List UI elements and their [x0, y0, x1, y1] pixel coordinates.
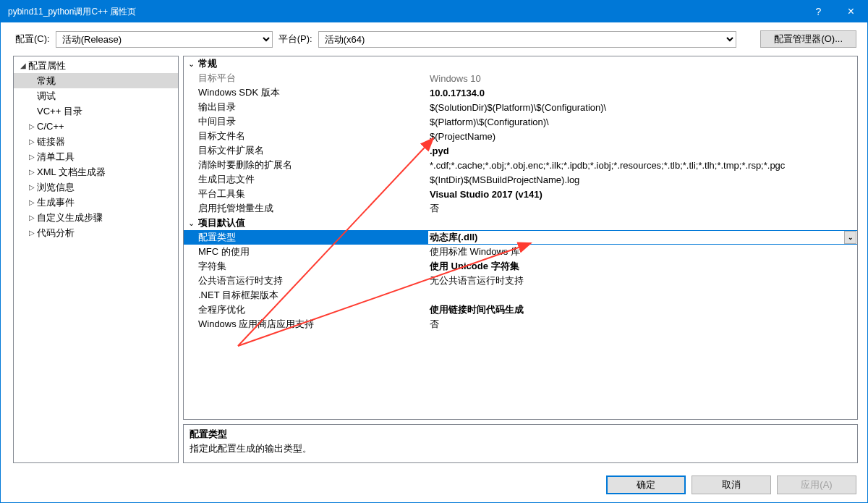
property-label: Windows SDK 版本 — [184, 86, 428, 99]
property-value[interactable]: $(SolutionDir)$(Platform)\$(Configuratio… — [428, 102, 857, 113]
expand-icon: ▷ — [27, 198, 37, 206]
expand-icon: ▷ — [27, 153, 37, 161]
description-panel: 配置类型 指定此配置生成的输出类型。 — [183, 424, 858, 463]
property-row[interactable]: 目标文件扩展名.pyd — [184, 143, 857, 158]
property-row[interactable]: 输出目录$(SolutionDir)$(Platform)\$(Configur… — [184, 100, 857, 114]
property-row[interactable]: MFC 的使用使用标准 Windows 库 — [184, 245, 857, 259]
expand-icon: ▷ — [27, 214, 37, 221]
cancel-button[interactable]: 取消 — [692, 475, 771, 494]
config-toolbar: 配置(C): 活动(Release) 平台(P): 活动(x64) 配置管理器(… — [1, 22, 867, 56]
property-value[interactable]: 动态库(.dll)⌄ — [428, 231, 857, 244]
property-value[interactable]: $(Platform)\$(Configuration)\ — [428, 117, 857, 127]
property-label: 清除时要删除的扩展名 — [184, 158, 428, 172]
expand-icon: ▷ — [27, 229, 37, 237]
property-value[interactable]: Visual Studio 2017 (v141) — [428, 189, 857, 200]
property-label: 目标平台 — [184, 72, 428, 85]
property-value[interactable]: .pyd — [428, 145, 857, 156]
property-label: 启用托管增量生成 — [184, 202, 428, 215]
expand-icon: ▷ — [27, 138, 37, 145]
property-grid[interactable]: ⌄常规目标平台Windows 10Windows SDK 版本10.0.1713… — [183, 56, 858, 420]
property-row[interactable]: 公共语言运行时支持无公共语言运行时支持 — [184, 274, 857, 288]
property-value[interactable]: *.cdf;*.cache;*.obj;*.obj.enc;*.ilk;*.ip… — [428, 160, 857, 171]
property-row[interactable]: 全程序优化使用链接时间代码生成 — [184, 303, 857, 317]
property-label: MFC 的使用 — [184, 245, 428, 258]
property-value[interactable]: $(ProjectName) — [428, 131, 857, 142]
ok-button[interactable]: 确定 — [606, 475, 686, 494]
platform-label: 平台(P): — [278, 33, 312, 46]
tree-item[interactable]: ▷生成事件 — [14, 195, 178, 210]
tree-item[interactable]: ▷链接器 — [14, 134, 178, 149]
tree-root[interactable]: ◢配置属性 — [14, 58, 178, 73]
tree-item[interactable]: ▷清单工具 — [14, 149, 178, 164]
property-group-header[interactable]: ⌄常规 — [184, 56, 857, 71]
property-label: 公共语言运行时支持 — [184, 274, 428, 287]
property-value[interactable]: 否 — [428, 318, 857, 331]
tree-item[interactable]: VC++ 目录 — [14, 103, 178, 119]
platform-select[interactable]: 活动(x64) — [318, 31, 736, 48]
content-area: ◢配置属性常规调试VC++ 目录▷C/C++▷链接器▷清单工具▷XML 文档生成… — [1, 56, 867, 468]
property-label: 配置类型 — [184, 231, 428, 244]
collapse-icon: ◢ — [18, 62, 28, 69]
property-value[interactable]: $(IntDir)$(MSBuildProjectName).log — [428, 174, 857, 185]
tree-item[interactable]: ▷浏览信息 — [14, 179, 178, 195]
property-label: 字符集 — [184, 260, 428, 273]
chevron-down-icon: ⌄ — [184, 59, 198, 69]
tree-item[interactable]: ▷自定义生成步骤 — [14, 210, 178, 225]
property-value[interactable]: 使用链接时间代码生成 — [428, 303, 857, 316]
property-label: 生成日志文件 — [184, 173, 428, 186]
property-label: 目标文件扩展名 — [184, 144, 428, 157]
property-value[interactable]: 无公共语言运行时支持 — [428, 274, 857, 287]
property-group-header[interactable]: ⌄项目默认值 — [184, 216, 857, 230]
property-label: 中间目录 — [184, 115, 428, 128]
close-icon[interactable]: × — [835, 1, 867, 22]
property-row[interactable]: 生成日志文件$(IntDir)$(MSBuildProjectName).log — [184, 172, 857, 187]
titlebar[interactable]: pybind11_python调用C++ 属性页 ? × — [1, 1, 867, 22]
property-label: 全程序优化 — [184, 303, 428, 316]
property-label: 输出目录 — [184, 101, 428, 114]
right-pane: ⌄常规目标平台Windows 10Windows SDK 版本10.0.1713… — [183, 56, 858, 463]
property-value[interactable]: 使用标准 Windows 库 — [428, 245, 857, 258]
property-row[interactable]: 平台工具集Visual Studio 2017 (v141) — [184, 187, 857, 201]
tree-item[interactable]: ▷XML 文档生成器 — [14, 164, 178, 179]
tree-item[interactable]: ▷代码分析 — [14, 225, 178, 240]
property-row[interactable]: 启用托管增量生成否 — [184, 201, 857, 216]
help-icon[interactable]: ? — [802, 1, 835, 22]
property-label: .NET 目标框架版本 — [184, 289, 428, 302]
property-row[interactable]: 配置类型动态库(.dll)⌄ — [184, 230, 857, 245]
expand-icon: ▷ — [27, 168, 37, 176]
property-value[interactable]: 使用 Unicode 字符集 — [428, 260, 857, 273]
expand-icon: ▷ — [27, 183, 37, 191]
window-title: pybind11_python调用C++ 属性页 — [8, 6, 136, 18]
nav-tree[interactable]: ◢配置属性常规调试VC++ 目录▷C/C++▷链接器▷清单工具▷XML 文档生成… — [13, 56, 179, 463]
tree-item[interactable]: 调试 — [14, 88, 178, 103]
chevron-down-icon: ⌄ — [184, 219, 198, 228]
description-heading: 配置类型 — [190, 428, 851, 441]
config-manager-button[interactable]: 配置管理器(O)... — [760, 30, 856, 48]
apply-button[interactable]: 应用(A) — [777, 475, 856, 494]
expand-icon: ▷ — [27, 122, 37, 130]
property-row[interactable]: 目标文件名$(ProjectName) — [184, 129, 857, 143]
property-label: Windows 应用商店应用支持 — [184, 318, 428, 331]
property-row[interactable]: .NET 目标框架版本 — [184, 288, 857, 303]
property-label: 平台工具集 — [184, 187, 428, 200]
configuration-select[interactable]: 活动(Release) — [56, 31, 273, 48]
dialog-buttons: 确定 取消 应用(A) — [1, 468, 867, 502]
config-label: 配置(C): — [15, 33, 50, 46]
description-text: 指定此配置生成的输出类型。 — [190, 442, 851, 455]
property-pages-dialog: pybind11_python调用C++ 属性页 ? × 配置(C): 活动(R… — [0, 0, 868, 503]
property-row[interactable]: 清除时要删除的扩展名*.cdf;*.cache;*.obj;*.obj.enc;… — [184, 158, 857, 172]
property-row[interactable]: 字符集使用 Unicode 字符集 — [184, 259, 857, 274]
property-row[interactable]: 目标平台Windows 10 — [184, 71, 857, 85]
tree-item[interactable]: ▷C/C++ — [14, 119, 178, 134]
property-row[interactable]: 中间目录$(Platform)\$(Configuration)\ — [184, 114, 857, 129]
dropdown-icon[interactable]: ⌄ — [844, 231, 856, 244]
property-row[interactable]: Windows SDK 版本10.0.17134.0 — [184, 85, 857, 100]
property-label: 目标文件名 — [184, 130, 428, 143]
property-row[interactable]: Windows 应用商店应用支持否 — [184, 317, 857, 331]
property-value[interactable]: 10.0.17134.0 — [428, 88, 857, 98]
tree-item[interactable]: 常规 — [14, 73, 178, 88]
property-value[interactable]: 否 — [428, 202, 857, 215]
property-value[interactable]: Windows 10 — [428, 73, 857, 84]
